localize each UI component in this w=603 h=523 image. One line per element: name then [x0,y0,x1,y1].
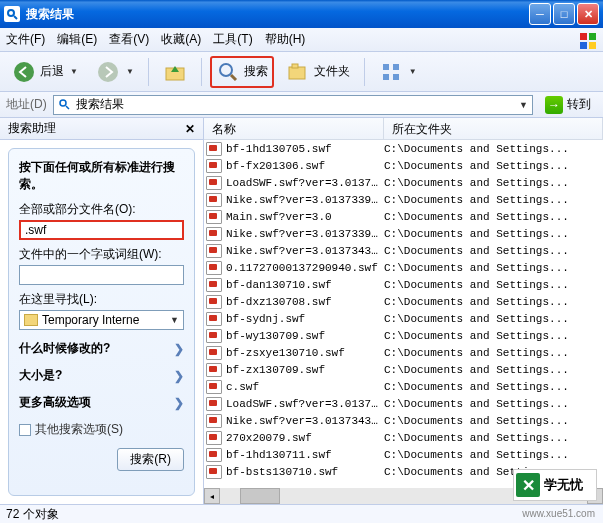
menu-file[interactable]: 文件(F) [6,31,45,48]
file-location: C:\Documents and Settings... [384,381,603,393]
file-location: C:\Documents and Settings... [384,364,603,376]
swf-file-icon [206,329,222,343]
file-location: C:\Documents and Settings... [384,262,603,274]
svg-rect-2 [580,33,587,40]
file-name: LoadSWF.swf?ver=3.01373... [226,177,384,189]
file-location: C:\Documents and Settings... [384,398,603,410]
swf-file-icon [206,278,222,292]
list-item[interactable]: Nike.swf?ver=3.01373437...C:\Documents a… [204,412,603,429]
file-name: bf-1hd130705.swf [226,143,384,155]
file-name: Nike.swf?ver=3.01373391... [226,228,384,240]
views-button[interactable]: ▼ [373,56,423,88]
file-name: Main.swf?ver=3.0 [226,211,384,223]
list-item[interactable]: bf-zx130709.swfC:\Documents and Settings… [204,361,603,378]
file-name: 0.11727000137290940.swf [226,262,384,274]
list-item[interactable]: bf-dan130710.swfC:\Documents and Setting… [204,276,603,293]
chevron-down-icon[interactable]: ▼ [519,100,528,110]
menu-help[interactable]: 帮助(H) [265,31,306,48]
swf-file-icon [206,244,222,258]
file-location: C:\Documents and Settings... [384,347,603,359]
scroll-thumb[interactable] [240,488,280,504]
forward-icon [96,60,120,84]
file-location: C:\Documents and Settings... [384,160,603,172]
file-name: bf-bsts130710.swf [226,466,384,478]
when-modified-expander[interactable]: 什么时候修改的? ❯ [19,340,184,357]
window-title: 搜索结果 [26,6,529,23]
list-item[interactable]: Nike.swf?ver=3.01373430...C:\Documents a… [204,242,603,259]
chevron-down-icon: ▼ [126,67,134,76]
folder-icon [24,314,38,326]
expand-icon: ❯ [174,369,184,383]
file-name: LoadSWF.swf?ver=3.01373... [226,398,384,410]
go-button[interactable]: → 转到 [539,94,597,116]
scroll-left-icon[interactable]: ◂ [204,488,220,504]
menu-favorites[interactable]: 收藏(A) [161,31,201,48]
svg-point-9 [220,64,232,76]
list-item[interactable]: bf-sydnj.swfC:\Documents and Settings... [204,310,603,327]
menu-tools[interactable]: 工具(T) [213,31,252,48]
list-item[interactable]: bf-zsxye130710.swfC:\Documents and Setti… [204,344,603,361]
list-item[interactable]: Main.swf?ver=3.0C:\Documents and Setting… [204,208,603,225]
size-expander[interactable]: 大小是? ❯ [19,367,184,384]
list-item[interactable]: bf-1hd130711.swfC:\Documents and Setting… [204,446,603,463]
file-name: Nike.swf?ver=3.01373430... [226,245,384,257]
lookin-select[interactable]: Temporary Interne ▼ [19,310,184,330]
phrase-input[interactable] [19,265,184,285]
list-item[interactable]: bf-dxz130708.swfC:\Documents and Setting… [204,293,603,310]
svg-point-6 [14,62,34,82]
advanced-expander[interactable]: 更多高级选项 ❯ [19,394,184,411]
up-button[interactable] [157,56,193,88]
list-item[interactable]: LoadSWF.swf?ver=3.01373...C:\Documents a… [204,395,603,412]
sidebar-close-button[interactable]: ✕ [185,122,195,136]
forward-button[interactable]: ▼ [90,56,140,88]
close-button[interactable]: ✕ [577,3,599,25]
swf-file-icon [206,465,222,479]
lookin-label: 在这里寻找(L): [19,291,184,308]
search-icon [216,60,240,84]
list-item[interactable]: bf-wy130709.swfC:\Documents and Settings… [204,327,603,344]
minimize-button[interactable]: ─ [529,3,551,25]
swf-file-icon [206,261,222,275]
watermark: ✕ 学无忧 [513,469,597,501]
list-item[interactable]: Nike.swf?ver=3.01373391...C:\Documents a… [204,225,603,242]
list-item[interactable]: bf-fx201306.swfC:\Documents and Settings… [204,157,603,174]
file-location: C:\Documents and Settings... [384,449,603,461]
status-bar: 72 个对象 [0,504,603,523]
swf-file-icon [206,193,222,207]
file-name: bf-sydnj.swf [226,313,384,325]
results-list[interactable]: bf-1hd130705.swfC:\Documents and Setting… [204,140,603,488]
menu-bar: 文件(F) 编辑(E) 查看(V) 收藏(A) 工具(T) 帮助(H) [0,28,603,52]
maximize-button[interactable]: □ [553,3,575,25]
address-input[interactable]: 搜索结果 ▼ [53,95,533,115]
search-button[interactable]: 搜索 [210,56,274,88]
list-item[interactable]: c.swfC:\Documents and Settings... [204,378,603,395]
back-button[interactable]: 后退 ▼ [6,56,84,88]
toolbar: 后退 ▼ ▼ 搜索 文件夹 ▼ [0,52,603,92]
list-item[interactable]: Nike.swf?ver=3.01373391...C:\Documents a… [204,191,603,208]
svg-rect-11 [289,67,305,79]
svg-rect-15 [383,74,389,80]
other-options[interactable]: 其他搜索选项(S) [19,421,184,438]
folder-up-icon [163,60,187,84]
file-name: bf-wy130709.swf [226,330,384,342]
folders-button[interactable]: 文件夹 [280,56,356,88]
file-name: bf-fx201306.swf [226,160,384,172]
file-location: C:\Documents and Settings... [384,177,603,189]
file-location: C:\Documents and Settings... [384,279,603,291]
column-folder[interactable]: 所在文件夹 [384,118,603,139]
list-item[interactable]: 0.11727000137290940.swfC:\Documents and … [204,259,603,276]
filename-input[interactable] [19,220,184,240]
file-name: c.swf [226,381,384,393]
menu-edit[interactable]: 编辑(E) [57,31,97,48]
list-item[interactable]: 270x20079.swfC:\Documents and Settings..… [204,429,603,446]
column-name[interactable]: 名称 [204,118,384,139]
file-location: C:\Documents and Settings... [384,194,603,206]
expand-icon: ❯ [174,342,184,356]
search-submit-button[interactable]: 搜索(R) [117,448,184,471]
list-item[interactable]: LoadSWF.swf?ver=3.01373...C:\Documents a… [204,174,603,191]
search-results-icon [58,98,72,112]
list-item[interactable]: bf-1hd130705.swfC:\Documents and Setting… [204,140,603,157]
swf-file-icon [206,159,222,173]
menu-view[interactable]: 查看(V) [109,31,149,48]
results-pane: 名称 所在文件夹 bf-1hd130705.swfC:\Documents an… [204,118,603,504]
